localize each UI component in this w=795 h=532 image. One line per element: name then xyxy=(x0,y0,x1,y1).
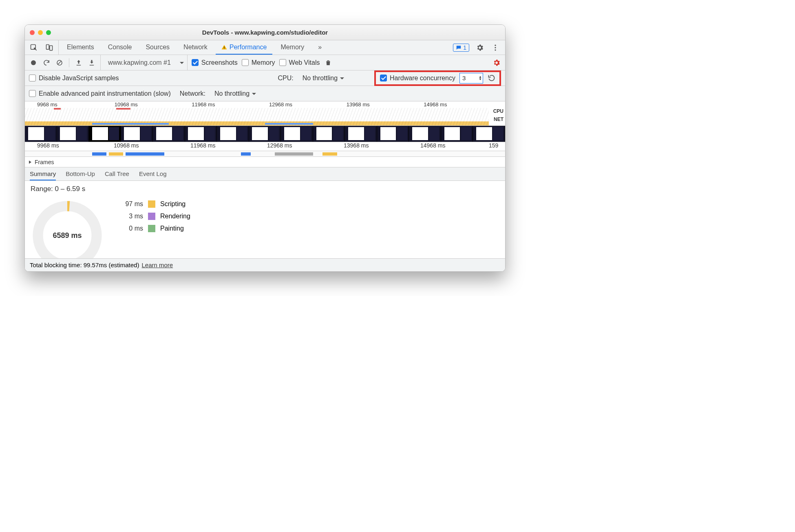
filmstrip-thumb[interactable] xyxy=(473,126,505,142)
filmstrip-thumb[interactable] xyxy=(153,126,185,142)
settings-icon[interactable] xyxy=(475,43,485,53)
screenshots-checkbox[interactable]: Screenshots xyxy=(192,59,238,66)
filmstrip-thumb[interactable] xyxy=(25,126,57,142)
legend-value: 0 ms xyxy=(120,225,143,232)
filmstrip-thumb[interactable] xyxy=(281,126,313,142)
screenshots-label: Screenshots xyxy=(201,59,238,66)
tab-console[interactable]: Console xyxy=(102,40,138,55)
tab-performance[interactable]: Performance xyxy=(216,40,273,55)
svg-rect-1 xyxy=(46,44,49,49)
cpu-value: No throttling xyxy=(303,75,338,82)
filmstrip-thumb[interactable] xyxy=(345,126,377,142)
tab-network[interactable]: Network xyxy=(178,40,213,55)
tab-network-label: Network xyxy=(183,44,208,51)
color-swatch xyxy=(148,225,155,232)
capture-options-row-2: Enable advanced paint instrumentation (s… xyxy=(25,86,505,101)
stepper-icon[interactable]: ▲▼ xyxy=(479,76,482,81)
tick: 13968 ms xyxy=(334,101,412,108)
disable-js-checkbox[interactable]: Disable JavaScript samples xyxy=(29,75,119,82)
flame-segment xyxy=(92,152,106,156)
chevron-down-icon xyxy=(180,59,184,66)
tick: 12968 ms xyxy=(257,101,334,108)
tab-overflow[interactable]: » xyxy=(312,40,327,55)
origin-label: www.kapwing.com #1 xyxy=(108,59,171,66)
screenshots-filmstrip[interactable] xyxy=(25,126,505,142)
filmstrip-thumb[interactable] xyxy=(313,126,345,142)
tab-summary[interactable]: Summary xyxy=(30,167,56,180)
filmstrip-thumb[interactable] xyxy=(217,126,249,142)
svg-rect-4 xyxy=(224,48,224,48)
frames-label: Frames xyxy=(35,159,54,165)
overview-timeline[interactable]: 9968 ms 10968 ms 11968 ms 12968 ms 13968… xyxy=(25,101,505,126)
reload-record-button[interactable] xyxy=(42,58,51,67)
load-profile-button[interactable] xyxy=(74,58,83,67)
network-throttle-label: Network: xyxy=(180,90,205,97)
tabbar-left-tools xyxy=(25,40,59,55)
tab-memory[interactable]: Memory xyxy=(275,40,310,55)
origin-select[interactable]: www.kapwing.com #1 xyxy=(100,55,188,70)
delete-button[interactable] xyxy=(324,58,333,67)
filmstrip-thumb[interactable] xyxy=(409,126,441,142)
clear-button[interactable] xyxy=(55,58,64,67)
checkbox-icon xyxy=(242,59,249,66)
filmstrip-thumb[interactable] xyxy=(249,126,281,142)
paint-instrumentation-checkbox[interactable]: Enable advanced paint instrumentation (s… xyxy=(29,90,171,97)
filmstrip-thumb[interactable] xyxy=(121,126,153,142)
message-icon xyxy=(456,45,462,51)
long-task-marker xyxy=(54,108,61,110)
save-profile-button[interactable] xyxy=(87,58,96,67)
kebab-menu-icon[interactable] xyxy=(490,43,500,53)
checkbox-checked-icon xyxy=(380,75,387,81)
warning-icon xyxy=(221,44,227,50)
details-tabs: Summary Bottom-Up Call Tree Event Log xyxy=(25,167,505,181)
tab-call-tree[interactable]: Call Tree xyxy=(105,167,129,180)
checkbox-checked-icon xyxy=(192,59,199,66)
disable-js-label: Disable JavaScript samples xyxy=(39,75,119,82)
tab-event-log[interactable]: Event Log xyxy=(139,167,167,180)
network-lane[interactable] xyxy=(25,151,505,157)
hardware-concurrency-checkbox[interactable]: Hardware concurrency xyxy=(380,75,455,82)
frames-track-header[interactable]: Frames xyxy=(25,157,505,167)
inspect-element-icon[interactable] xyxy=(29,43,39,53)
color-swatch xyxy=(148,200,155,208)
tab-label: Summary xyxy=(30,170,56,177)
filmstrip-thumb[interactable] xyxy=(57,126,89,142)
tab-bottom-up[interactable]: Bottom-Up xyxy=(66,167,95,180)
chevron-down-icon xyxy=(340,75,344,82)
issues-badge[interactable]: 1 xyxy=(453,44,469,52)
legend-value: 97 ms xyxy=(120,200,143,208)
devtools-window: DevTools - www.kapwing.com/studio/editor… xyxy=(24,24,506,272)
tick: 14968 ms xyxy=(411,101,489,108)
webvitals-checkbox[interactable]: Web Vitals xyxy=(279,59,320,66)
svg-rect-2 xyxy=(50,46,53,51)
memory-checkbox[interactable]: Memory xyxy=(242,59,275,66)
tab-label: Bottom-Up xyxy=(66,170,95,177)
network-throttling-select[interactable]: No throttling xyxy=(214,90,256,97)
range-text: Range: 0 – 6.59 s xyxy=(31,185,499,193)
record-button[interactable] xyxy=(29,58,38,67)
tab-elements[interactable]: Elements xyxy=(61,40,100,55)
overview-right-labels: CPU NET xyxy=(493,107,504,123)
toggle-device-icon[interactable] xyxy=(44,43,54,53)
tick: 12968 ms xyxy=(255,142,331,151)
legend-value: 3 ms xyxy=(120,213,143,220)
chevron-down-icon xyxy=(252,90,256,97)
net-overview-bar xyxy=(92,123,169,125)
filmstrip-thumb[interactable] xyxy=(185,126,217,142)
filmstrip-thumb[interactable] xyxy=(441,126,473,142)
learn-more-link[interactable]: Learn more xyxy=(141,262,173,268)
filmstrip-thumb[interactable] xyxy=(377,126,409,142)
capture-settings-icon[interactable] xyxy=(492,58,501,67)
detail-ruler[interactable]: 9968 ms 10968 ms 11968 ms 12968 ms 13968… xyxy=(25,142,505,151)
net-overview-bar xyxy=(265,123,313,125)
webvitals-label: Web Vitals xyxy=(289,59,320,66)
tab-sources[interactable]: Sources xyxy=(140,40,175,55)
hardware-concurrency-input[interactable]: 3 ▲▼ xyxy=(459,73,483,84)
tick: 159 xyxy=(485,142,505,151)
filmstrip-thumb[interactable] xyxy=(89,126,121,142)
tick: 11968 ms xyxy=(179,101,257,108)
reset-hc-button[interactable] xyxy=(487,74,496,83)
capture-options-row-1: Disable JavaScript samples CPU: No throt… xyxy=(25,70,505,86)
legend-label: Painting xyxy=(160,225,184,232)
cpu-throttling-select[interactable]: No throttling xyxy=(303,75,344,82)
